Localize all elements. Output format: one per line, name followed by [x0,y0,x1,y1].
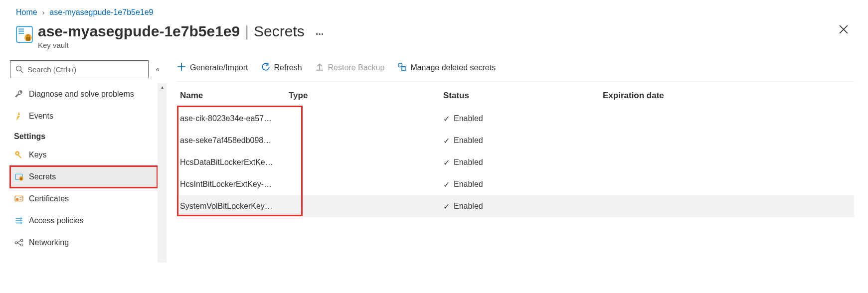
page-header: ase-myasegpude-1e7b5e1e9 | Secrets ··· K… [0,21,868,60]
manage-deleted-icon [397,62,406,73]
secrets-table: Name Type Status Expiration date ase-cik… [177,88,854,217]
check-icon: ✓ [443,158,450,167]
collapse-sidebar-button[interactable]: « [156,65,160,73]
svg-point-23 [15,242,17,244]
sidebar-item-access-policies[interactable]: Access policies [10,210,158,232]
key-icon [14,150,24,160]
table-row[interactable]: SystemVolBitLockerKey… ✓Enabled [177,195,854,217]
svg-rect-2 [18,31,24,32]
secret-name[interactable]: ase-cik-8023e34e-ea57… [180,114,289,123]
check-icon: ✓ [443,136,450,146]
refresh-button[interactable]: Refresh [261,62,302,73]
svg-line-26 [17,241,21,243]
column-expiration[interactable]: Expiration date [603,91,854,101]
secret-name[interactable]: HcsIntBitLockerExtKey-… [180,180,289,189]
svg-rect-11 [17,154,21,158]
svg-rect-15 [20,178,22,180]
svg-point-17 [16,198,19,201]
svg-point-25 [20,244,23,246]
column-name[interactable]: Name [180,91,289,101]
events-icon [14,111,24,121]
table-row[interactable]: ase-seke7af458edb098… ✓Enabled [177,130,854,151]
column-type[interactable]: Type [289,91,443,101]
svg-rect-33 [402,67,405,71]
column-status[interactable]: Status [443,91,603,101]
manage-deleted-button[interactable]: Manage deleted secrets [397,62,496,73]
secrets-icon [14,172,24,182]
svg-rect-3 [18,33,24,34]
sidebar-item-events[interactable]: Events [10,105,158,127]
search-icon [15,65,23,73]
sidebar-item-diagnose[interactable]: Diagnose and solve problems [10,83,158,105]
more-button[interactable]: ··· [316,23,324,40]
wrench-icon [14,89,24,99]
breadcrumb: Home › ase-myasegpude-1e7b5e1e9 [0,0,868,21]
access-policies-icon [14,216,24,226]
networking-icon [14,238,24,248]
svg-line-8 [21,71,23,73]
svg-point-7 [16,66,21,71]
sidebar-item-secrets[interactable]: Secrets [10,166,158,188]
svg-line-27 [17,243,21,245]
table-row[interactable]: HcsDataBitLockerExtKe… ✓Enabled [177,151,854,173]
check-icon: ✓ [443,202,450,211]
table-header: Name Type Status Expiration date [177,88,854,108]
search-input[interactable] [10,60,149,78]
certificates-icon [14,194,24,204]
svg-point-24 [20,239,23,242]
svg-rect-1 [18,28,24,29]
content-pane: Generate/Import Refresh Restore Backup M… [167,60,868,292]
generate-import-button[interactable]: Generate/Import [177,62,248,73]
chevron-right-icon: › [42,8,45,16]
toolbar: Generate/Import Refresh Restore Backup M… [177,60,854,82]
breadcrumb-resource[interactable]: ase-myasegpude-1e7b5e1e9 [49,8,153,17]
table-row[interactable]: ase-cik-8023e34e-ea57… ✓Enabled [177,108,854,130]
sidebar-section-settings: Settings [10,127,158,144]
plus-icon [177,62,186,73]
close-button[interactable] [839,25,848,35]
sidebar: « Diagnose and solve problems Events Set… [0,60,167,292]
secret-name[interactable]: ase-seke7af458edb098… [180,136,289,145]
refresh-icon [261,62,270,73]
sidebar-item-certificates[interactable]: Certificates [10,188,158,210]
page-title: ase-myasegpude-1e7b5e1e9 | Secrets ··· [38,23,324,40]
sidebar-item-networking[interactable]: Networking [10,232,158,254]
upload-icon [315,62,324,73]
secret-name[interactable]: HcsDataBitLockerExtKe… [180,158,289,167]
breadcrumb-home[interactable]: Home [16,8,37,17]
sidebar-scrollbar[interactable] [158,83,167,263]
secret-name[interactable]: SystemVolBitLockerKey… [180,202,289,211]
table-row[interactable]: HcsIntBitLockerExtKey-… ✓Enabled [177,173,854,195]
check-icon: ✓ [443,114,450,124]
check-icon: ✓ [443,180,450,189]
svg-rect-6 [26,37,30,40]
svg-point-10 [16,152,18,154]
resource-type: Key vault [38,41,324,49]
sidebar-item-keys[interactable]: Keys [10,144,158,166]
key-vault-icon [16,26,33,43]
restore-backup-button: Restore Backup [315,62,385,73]
